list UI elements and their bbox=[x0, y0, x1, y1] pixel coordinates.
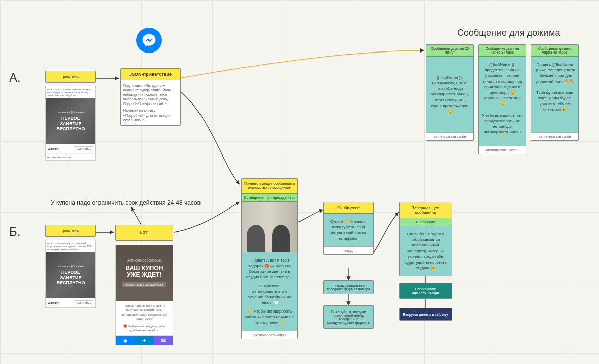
node-followup-30min[interactable]: Сообщение дожима 30 минут {{ firstName }… bbox=[426, 44, 474, 141]
messenger-icon bbox=[136, 28, 162, 53]
coupon-card[interactable]: ИНТЕНСИВНО | ОСНОВАНО ВАШ КУПОН УЖЕ ЖДЕТ… bbox=[115, 245, 173, 345]
fb-messenger-icon[interactable]: ◆ bbox=[116, 336, 135, 345]
ad-details-button[interactable]: ПОДРОБНЕЕ bbox=[74, 146, 93, 151]
ad-activate-link[interactable]: Активировать купон bbox=[46, 153, 95, 160]
yoga-image bbox=[242, 202, 297, 252]
telegram-icon[interactable]: ✈ bbox=[135, 336, 154, 345]
node-ad-a[interactable]: реклама bbox=[45, 71, 96, 83]
ad-desc-a: во в это, во столько, позвоните сюда не … bbox=[46, 86, 95, 98]
final-body: Спасибо! Сегодня с тобой свяжется персон… bbox=[400, 226, 452, 276]
node-final[interactable]: Завершающее сообщение Сообщение Спасибо!… bbox=[399, 202, 452, 276]
json-greeting-header: JSON-приветствие bbox=[121, 69, 180, 80]
node-ad-a-header: реклама bbox=[46, 71, 95, 82]
node-welcome[interactable]: Приветствующее сообщение и знакомство с … bbox=[241, 178, 298, 339]
node-ad-b[interactable]: реклама bbox=[45, 225, 96, 237]
coupon-image: ИНТЕНСИВНО | ОСНОВАНО ВАШ КУПОН УЖЕ ЖДЕТ… bbox=[116, 245, 173, 301]
welcome-activate-button[interactable]: активировать купон bbox=[242, 331, 297, 339]
followup3-body: Привет, {{ firstName }}! Уже середина ле… bbox=[531, 57, 578, 132]
ad-details-button-b[interactable]: ПОДРОБНЕЕ bbox=[74, 300, 93, 305]
followup1-body: {{ firstName }}, напоминаю, о том, что т… bbox=[426, 57, 473, 132]
lgt-header: LGT bbox=[116, 225, 173, 240]
followup3-header: Сообщение дожима через 48 часов bbox=[531, 45, 578, 57]
section-a-label: А. bbox=[9, 71, 21, 85]
coupon-note: У купона надо ограничить срок действия 2… bbox=[51, 199, 201, 206]
followup3-button[interactable]: активировать купон bbox=[531, 132, 578, 140]
node-export-data[interactable]: Выгрузка данных в таблицу bbox=[399, 308, 452, 321]
ad-card-b[interactable]: во в это, подписчик, по счет всей подпис… bbox=[45, 240, 96, 308]
coupon-social-row: ◆ ✈ ☎ bbox=[116, 335, 173, 345]
node-lgt[interactable]: LGT bbox=[115, 225, 173, 241]
node-admin-notify[interactable]: Оповещение администратора bbox=[399, 283, 452, 299]
json-greeting-body: Подписчики «Йогадорог» получают супер ак… bbox=[121, 80, 180, 125]
node-followup-48h[interactable]: Сообщение дожима через 48 часов Привет, … bbox=[531, 44, 579, 141]
ad-image-b: Йога-класс | Основано ПЕРВОЕ ЗАНЯТИЕ БЕС… bbox=[46, 252, 95, 298]
ad-image-a: Йога-класс | Основано ПЕРВОЕ ЗАНЯТИЕ БЕС… bbox=[46, 98, 95, 144]
welcome-sub: Сообщение при переходе из ... bbox=[242, 194, 297, 202]
message-header: Сообщение bbox=[324, 202, 373, 214]
final-sub: Сообщение bbox=[400, 218, 452, 226]
section-b-label: Б. bbox=[9, 225, 20, 239]
final-header: Завершающее сообщение bbox=[400, 202, 452, 218]
followup-title: Сообщение для дожима bbox=[457, 28, 560, 38]
followup2-button[interactable]: активировать купон bbox=[479, 146, 526, 154]
welcome-body: Привет! А вот и твой подарок 🎁 — купон н… bbox=[242, 252, 297, 331]
followup2-body: {{ firstName }}, представь себя на рассв… bbox=[479, 57, 526, 146]
node-validate-phone[interactable]: !m пользователь ввел телефон? формат ном… bbox=[323, 280, 374, 294]
node-message[interactable]: Сообщение Супер! 👏 Напиши, пожалуйста, с… bbox=[323, 202, 374, 255]
followup2-header: Сообщение дожима через 24 часа bbox=[479, 45, 526, 57]
viber-icon[interactable]: ☎ bbox=[154, 336, 173, 345]
coupon-signup-button[interactable]: ЗАПИСАТЬСЯ В СТУДИЮ/КЛУБ bbox=[122, 282, 166, 287]
node-json-greeting[interactable]: JSON-приветствие Подписчики «Йогадорог» … bbox=[120, 68, 181, 126]
followup1-button[interactable]: активировать купон bbox=[426, 132, 473, 140]
node-ad-b-header: реклама bbox=[46, 225, 95, 236]
message-body: Супер! 👏 Напиши, пожалуйста, свой актуал… bbox=[324, 214, 373, 246]
node-phone-error[interactable]: Пожалуйста, введите правильный номер тел… bbox=[323, 305, 374, 329]
ad-footer-a: украсят ПОДРОБНЕЕ bbox=[46, 144, 95, 153]
node-followup-24h[interactable]: Сообщение дожима через 24 часа {{ firstN… bbox=[478, 44, 526, 154]
ad-card-a[interactable]: во в это, во столько, позвоните сюда не … bbox=[45, 86, 96, 161]
message-input[interactable]: ввод bbox=[324, 246, 373, 254]
followup1-header: Сообщение дожима 30 минут bbox=[426, 45, 473, 57]
ad-footer-b: украсят ПОДРОБНЕЕ bbox=[46, 298, 95, 307]
coupon-body: Первое йога-мастер-класс не получали поз… bbox=[116, 301, 173, 335]
ad-desc-b: во в это, подписчик, по счет всей подпис… bbox=[46, 240, 95, 252]
welcome-header: Приветствующее сообщение и знакомство с … bbox=[242, 179, 297, 194]
